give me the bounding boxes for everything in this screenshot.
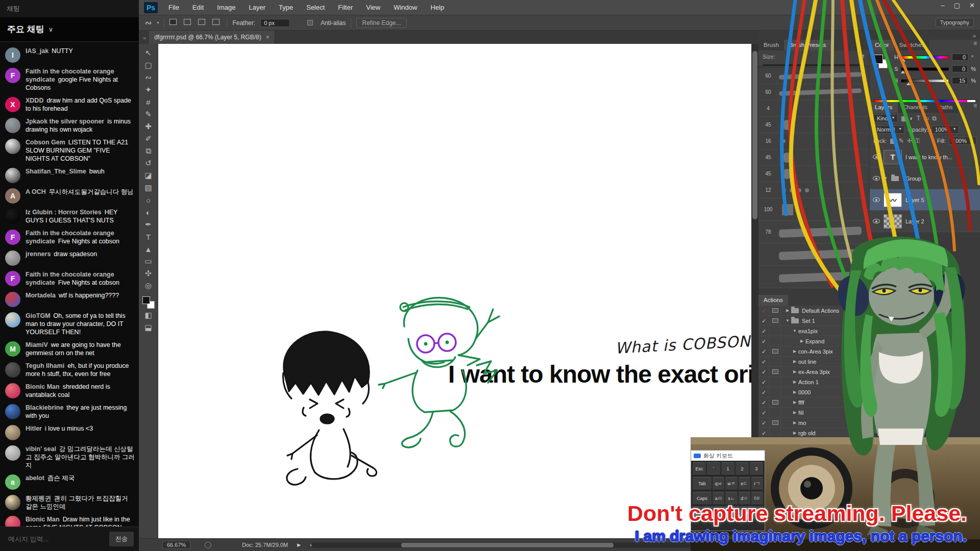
filter-pixel-icon[interactable]: ▦ — [901, 115, 906, 122]
eraser-tool[interactable]: ◪ — [142, 169, 155, 182]
action-row[interactable]: ✓▶out line — [758, 357, 869, 367]
menu-filter[interactable]: Filter — [331, 0, 359, 15]
slider-handle[interactable] — [901, 59, 905, 62]
selection-mode-intersect[interactable] — [212, 19, 222, 27]
quick-mask-icon[interactable]: ◧ — [142, 309, 155, 321]
chat-message[interactable]: Bionic ManDraw him just like in the game… — [5, 515, 135, 527]
layer-row[interactable]: Layer 2 — [870, 211, 980, 232]
action-check-icon[interactable]: ✓ — [758, 418, 770, 428]
chat-message[interactable]: Jpkaok the silver spooneris minus drawin… — [5, 117, 135, 134]
undo-icon[interactable]: ↺ — [860, 54, 865, 60]
triangle-right-icon[interactable]: ▶ — [791, 410, 798, 415]
action-row[interactable]: ✓▶fill — [758, 408, 869, 418]
eyedropper-tool[interactable]: ✎ — [142, 108, 155, 120]
action-dialog-toggle[interactable] — [770, 306, 781, 315]
maximize-icon[interactable]: ▢ — [954, 2, 960, 9]
action-dialog-toggle[interactable] — [770, 397, 781, 407]
brush-preset-row[interactable] — [758, 266, 869, 288]
action-row[interactable]: ✓▶rgb old — [758, 428, 869, 438]
tab-actions[interactable]: Actions — [758, 295, 788, 306]
action-check-icon[interactable]: ✓ — [758, 397, 770, 407]
chat-message[interactable]: Blackiebrinethey are just messing with y… — [5, 404, 135, 420]
brush-preset-row[interactable]: 45 — [758, 149, 869, 166]
keyboard-key[interactable]: wㅈ — [725, 477, 737, 490]
tab-color[interactable]: Color — [870, 40, 894, 51]
healing-brush-tool[interactable]: ✚ — [142, 120, 155, 133]
action-check-icon[interactable]: ✓ — [758, 336, 770, 346]
chat-message[interactable]: Bionic Manshredded nerd is vantablack co… — [5, 383, 135, 399]
eye-icon[interactable] — [873, 197, 880, 202]
menu-window[interactable]: Window — [387, 0, 424, 15]
keyboard-key[interactable]: Esc — [693, 462, 706, 475]
screen-mode-icon[interactable]: ⬓ — [142, 321, 155, 334]
type-tool[interactable]: T — [142, 231, 155, 243]
action-row[interactable]: ✓▶Expand — [758, 336, 869, 346]
zoom-tool[interactable]: ◎ — [142, 280, 155, 292]
chat-message[interactable]: AA OCH무시하셔도될거같습니다 형님 — [5, 188, 135, 204]
gradient-tool[interactable]: ▧ — [142, 182, 155, 194]
chat-message[interactable]: GioTGMOh, some of ya to tell this man to… — [5, 312, 135, 336]
lock-pixels-icon[interactable]: ✎ — [899, 137, 904, 144]
action-check-icon[interactable]: ✓ — [758, 346, 770, 356]
action-row[interactable]: ✓▼Set 1 — [758, 316, 869, 326]
chat-message[interactable]: IIAS_jakNUTTY — [5, 47, 135, 63]
panel-menu-icon[interactable]: ≡ — [973, 40, 980, 51]
chat-send-button[interactable]: 전송 — [109, 532, 134, 546]
action-row[interactable]: ✓▶Default Actions — [758, 306, 869, 316]
tab-paths[interactable]: Paths — [933, 102, 958, 113]
layer-row[interactable]: TI want to know th... — [870, 146, 980, 168]
triangle-right-icon[interactable]: ▶ — [791, 400, 798, 405]
keyboard-key[interactable]: 1 — [721, 462, 734, 475]
tab-layers[interactable]: Layers — [870, 102, 898, 113]
chat-message[interactable]: FFaith in the chocolate orange syndicate… — [5, 270, 135, 287]
color-slider-b[interactable] — [901, 79, 948, 83]
chat-message[interactable]: XXDDDdraw him and add QoS spade to his f… — [5, 96, 135, 113]
action-check-icon[interactable]: ✓ — [758, 367, 770, 377]
action-dialog-toggle[interactable] — [770, 326, 781, 336]
keyboard-titlebar[interactable]: 화상 키보드 — [691, 450, 765, 461]
menu-help[interactable]: Help — [424, 0, 451, 15]
color-value-input[interactable]: 0 — [952, 65, 968, 72]
chat-message[interactable]: vibin' seal강 밈그려달라는데 신상털고 집주소 알아낸다고 협박하니… — [5, 445, 135, 469]
status-play-icon[interactable]: ▶ — [297, 542, 301, 547]
action-check-icon[interactable]: ✓ — [758, 387, 770, 397]
brush-preset-row[interactable] — [758, 243, 869, 266]
tab-swatches[interactable]: Swatches — [894, 40, 929, 51]
action-check-icon[interactable]: ✓ — [758, 357, 770, 366]
chat-mode-selector[interactable]: 주요 채팅 ∨ — [0, 17, 139, 42]
filter-smart-icon[interactable]: ⧉ — [932, 115, 937, 122]
action-row[interactable]: ✓▶0000 — [758, 387, 869, 397]
triangle-right-icon[interactable]: ▶ — [791, 380, 798, 384]
menu-edit[interactable]: Edit — [186, 0, 210, 15]
action-dialog-toggle[interactable] — [770, 336, 781, 346]
color-slider-s[interactable] — [901, 67, 948, 71]
keyboard-key[interactable]: Tab — [693, 477, 712, 490]
close-icon[interactable]: ✕ — [969, 2, 975, 9]
lock-position-icon[interactable]: ✛ — [907, 137, 912, 144]
chat-message[interactable]: aabelot좁슨 제국 — [5, 474, 135, 490]
chat-message[interactable]: jrennersdraw spadeson — [5, 250, 135, 266]
action-dialog-toggle[interactable] — [770, 367, 781, 377]
action-dialog-toggle[interactable] — [770, 346, 781, 356]
chat-input[interactable]: 메시지 입력... — [8, 535, 109, 544]
tab-brush-presets[interactable]: Brush Presets — [784, 40, 831, 51]
action-check-icon[interactable]: ✓ — [758, 316, 770, 325]
brush-preset-row[interactable]: 78 — [758, 221, 869, 243]
action-dialog-toggle[interactable] — [770, 418, 781, 428]
lasso-tool[interactable]: ∾ — [142, 71, 155, 84]
color-slider-h[interactable] — [901, 56, 949, 59]
triangle-right-icon[interactable]: ▶ — [798, 339, 805, 343]
clone-stamp-tool[interactable]: ⧉ — [142, 145, 155, 157]
chat-message[interactable]: FFaith in the chocolate orange syndicate… — [5, 229, 135, 245]
action-dialog-toggle[interactable] — [770, 408, 781, 417]
action-row[interactable]: ✓▶ffff — [758, 397, 869, 408]
action-row[interactable]: ✓▶Action 1 — [758, 377, 869, 387]
eye-icon[interactable] — [873, 219, 880, 223]
blend-mode-select[interactable]: Normal▾ — [873, 126, 904, 134]
filter-shape-icon[interactable]: ▭ — [923, 115, 929, 122]
chat-message[interactable]: Shatifan_The_Slimebwuh — [5, 167, 135, 183]
tab-channels[interactable]: Channels — [898, 102, 933, 113]
blur-tool[interactable]: ○ — [142, 194, 155, 206]
foreground-color-swatch[interactable] — [142, 296, 150, 304]
action-row[interactable]: ✓▶ex-Area 3pix — [758, 367, 869, 377]
